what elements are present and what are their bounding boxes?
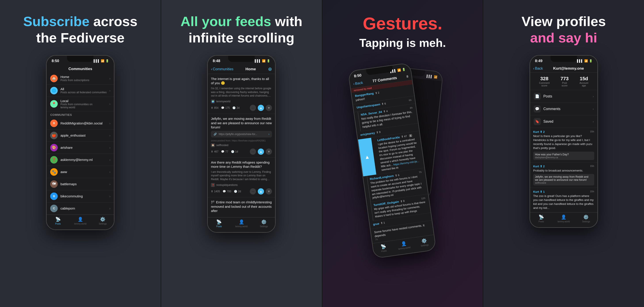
tab-lemmyworld-3[interactable]: 👤 lemmy.world	[393, 240, 414, 251]
downvote-btn-1[interactable]: ▼	[266, 105, 272, 111]
feed-post-3[interactable]: Are there any Reddit refugees spending m…	[208, 158, 275, 197]
feed-post-1[interactable]: The internet is great again, thanks to a…	[208, 74, 275, 114]
community-cableporn[interactable]: C cableporn ›	[47, 202, 114, 214]
more-btn-2[interactable]: ···	[250, 148, 256, 155]
post-stats-3: ⬆ 1405 💬 700 🕐 2d ··· ▲ ▼	[211, 188, 272, 194]
downvote-btn-2[interactable]: ▼	[266, 148, 272, 155]
community-bikecommuting[interactable]: B bikecommuting ›	[47, 190, 114, 202]
more-btn-3[interactable]: ···	[250, 188, 256, 194]
tab-posts-label-4: Posts	[538, 220, 544, 223]
upvote-btn-3[interactable]: ▲	[258, 188, 264, 194]
back-button-2[interactable]: ‹ Communities	[211, 67, 234, 71]
post-actions-2: ··· ▲ ▼	[250, 148, 272, 155]
battery-icon: 🔋	[106, 59, 109, 62]
upvotes-3: ⬆ 1405	[211, 190, 220, 193]
menu-item-saved[interactable]: 🔖 Saved ›	[530, 115, 597, 128]
profile-comment-user-3: Kurt ⬆ 1	[533, 190, 545, 194]
post-source-2: 🏠 selfhosted	[211, 143, 272, 147]
tab-posts-4[interactable]: 📡 Posts	[530, 214, 552, 223]
menu-item-posts[interactable]: 📄 Posts ›	[530, 90, 597, 103]
artshare-chevron: ›	[110, 146, 110, 150]
account-age-value: 15d	[580, 76, 588, 82]
apple-chevron: ›	[110, 134, 110, 137]
post-title-3: Are there any Reddit refugees spending m…	[211, 160, 272, 169]
notch-4	[550, 56, 577, 62]
community-home[interactable]: 🏠 Home Posts from subscriptions ›	[47, 72, 114, 85]
community-aww[interactable]: 🐾 aww ›	[47, 166, 114, 178]
phone-1: 8:50 ▌▌▌ 📶 🔋 Communities 🏠 Home Posts fr…	[46, 55, 114, 230]
back-chevron-4: ‹	[533, 66, 534, 70]
post-score-value: 773	[560, 76, 568, 82]
link-icon-2: 🔗	[214, 132, 217, 136]
feed-post-4[interactable]: 🏴 Entire mod team on r/mildlyinteresting…	[208, 197, 275, 217]
upvote-btn-1[interactable]: ▲	[258, 105, 264, 111]
saved-menu-icon: 🔖	[534, 118, 541, 125]
comments-1: 💬 175	[221, 106, 230, 110]
upvote-btn-2[interactable]: ▲	[258, 148, 264, 155]
tab-lemmyworld-1[interactable]: 👤 lemmy.world	[69, 216, 92, 225]
signal-icon-2: ▌▌▌	[255, 59, 261, 62]
tab-settings-3[interactable]: ⚙️ Settings	[414, 237, 435, 248]
tab-bar-1: 📡 Posts 👤 lemmy.world ⚙️ Settings	[47, 214, 114, 230]
back-label-4: Back	[535, 66, 543, 70]
phone-4-body: 8:49 ▌▌▌ 📶 🔋 ‹ Back Kurt@lemmy.one	[530, 55, 598, 228]
battery-icon-3f: 🔋	[402, 68, 406, 71]
community-all[interactable]: 🌐 All Posts across all federated communi…	[47, 85, 114, 97]
reddit-migration-name: RedditMigration@kbin.social	[60, 121, 106, 125]
saved-menu-label: Saved	[544, 120, 590, 124]
signal-icon-3b: ▌▌▌	[426, 74, 433, 78]
feed-post-2[interactable]: Jellyfin, we are moving away from Reddit…	[208, 114, 275, 158]
tab-settings-label-4: Settings	[582, 220, 590, 223]
status-time-2: 8:48	[213, 59, 220, 63]
source-name-1: lemmyworld	[216, 100, 230, 103]
back-button-4[interactable]: ‹ Back	[533, 66, 543, 70]
menu-item-comments[interactable]: 💬 Comments ›	[530, 103, 597, 115]
community-apple[interactable]: 🍎 apple_enthusiast ›	[47, 130, 114, 142]
community-reddit-migration[interactable]: R RedditMigration@kbin.social ›	[47, 117, 114, 130]
wifi-icon-3b: 📶	[434, 75, 437, 79]
profile-comment-context-1: How was your Father's Day? dadsplain@lem…	[533, 152, 594, 160]
post-link-2[interactable]: 🔗 https://jellyfin.org/posts/new-for... …	[211, 131, 272, 138]
posts-menu-chevron: ›	[593, 94, 594, 98]
posts-icon-2: 📡	[216, 219, 222, 224]
tab-posts-2[interactable]: 📡 Posts	[208, 219, 230, 228]
all-chevron: ›	[110, 89, 110, 92]
settings-icon-1: ⚙️	[100, 216, 106, 222]
tab-lemmyworld-2[interactable]: 👤 lemmy.world	[230, 219, 252, 228]
tab-settings-2[interactable]: ⚙️ Settings	[253, 219, 275, 228]
all-icon: 🌐	[50, 87, 58, 94]
profile-comment-time-3: 15h	[590, 190, 594, 194]
community-artshare[interactable]: 🎨 artshare ›	[47, 142, 114, 154]
post-crosspost-2: cross-posted from: https://beehaw.org/po…	[211, 139, 272, 142]
tab-bar-4: 📡 Posts 👤 lemmy.world ⚙️ Settings	[530, 212, 597, 227]
upvotes-1: ⬆ 854	[211, 106, 218, 110]
comment-leftboob-content: LeftBoobFreckle ⬆ 47 1 I get the desire …	[374, 131, 424, 174]
downvote-btn-3[interactable]: ▼	[266, 188, 272, 194]
tab-posts-3[interactable]: 📡 Posts	[373, 242, 394, 254]
phones-3-container: 8:50 ▌▌▌ 📶 8:50 ▌▌▌	[360, 62, 444, 220]
tab-lemmyworld-4[interactable]: 👤 lemmy.world	[552, 214, 575, 223]
community-local[interactable]: 📍 Local Posts from communities on lemmy.…	[47, 97, 114, 112]
battery-icon-4: 🔋	[589, 59, 592, 62]
back-button-3[interactable]: ‹ Back	[353, 81, 363, 86]
profile-comment-text-3: The zoo is great! Ours has a platform wh…	[533, 194, 594, 210]
status-icons-3b: ▌▌▌ 📶	[426, 74, 438, 79]
apple-name: apple_enthusiast	[60, 134, 106, 137]
more-btn-1[interactable]: ···	[250, 105, 256, 111]
tab-settings-1[interactable]: ⚙️ Settings	[92, 216, 114, 225]
comment-text-5: I get the desire for a centralized locat…	[378, 137, 421, 172]
tab-settings-label-3: Settings	[420, 244, 429, 247]
nav-icon-3: 8	[406, 74, 408, 78]
tab-posts-1[interactable]: 📡 Posts	[47, 216, 69, 225]
community-asklemmy[interactable]: ❓ asklemmy@lemmy.ml ›	[47, 154, 114, 166]
community-battlemaps[interactable]: 🗺 battlemaps ›	[47, 178, 114, 190]
home-name: Home	[60, 75, 106, 79]
status-icons-2: ▌▌▌ 📶 🔋	[255, 59, 270, 62]
tab-settings-4[interactable]: ⚙️ Settings	[575, 214, 597, 223]
post-title-2: Jellyfin, we are moving away from Reddit…	[211, 116, 272, 130]
cableporn-name: cableporn	[60, 206, 106, 210]
panel2-headline: All your feeds withinfinite scrolling	[180, 13, 302, 46]
nav-plus-2[interactable]: ⊕	[268, 66, 272, 72]
panel4-accent: and say hi	[530, 30, 597, 45]
tab-posts-label-2: Posts	[216, 225, 222, 228]
